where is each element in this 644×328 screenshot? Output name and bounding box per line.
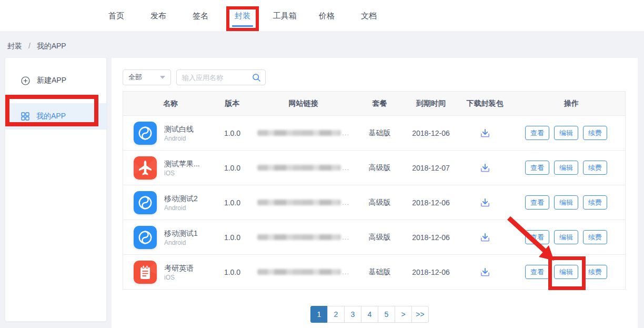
search-icon[interactable] — [252, 73, 261, 82]
col-header-download: 下载封装包 — [452, 99, 518, 108]
page-4[interactable]: 4 — [361, 306, 378, 323]
actions-cell: 查看 编辑 续费 — [518, 265, 625, 279]
app-name: 移动测试2 — [164, 194, 198, 203]
plan: 高级版 — [349, 198, 410, 207]
expiry-date: 2018-12-06 — [410, 198, 452, 207]
nav-item-home[interactable]: 首页 — [95, 0, 137, 32]
nav-item-package[interactable]: 封装 — [222, 0, 264, 32]
edit-button[interactable]: 编辑 — [554, 126, 578, 140]
actions-cell: 查看 编辑 续费 — [518, 195, 625, 210]
blurred-link — [257, 130, 341, 136]
breadcrumb-section[interactable]: 封装 — [7, 42, 22, 50]
plus-circle-icon — [21, 76, 30, 85]
page-next[interactable]: > — [395, 306, 412, 323]
app-version: 1.0.0 — [207, 198, 257, 207]
search-box — [176, 69, 266, 85]
page-1[interactable]: 1 — [310, 306, 328, 323]
table-row: 移动测试1 Android 1.0.0 ... 高级版 2018-12-06 查… — [123, 220, 625, 254]
link-ellipsis: ... — [342, 233, 349, 241]
nav-item-publish[interactable]: 发布 — [137, 0, 179, 32]
actions-cell: 查看 编辑 续费 — [518, 126, 625, 140]
nav-item-toolbox[interactable]: 工具箱 — [264, 0, 306, 32]
blurred-link — [257, 269, 341, 275]
nav-item-signature[interactable]: 签名 — [179, 0, 222, 32]
page-next[interactable]: 5 — [378, 306, 395, 323]
link-ellipsis: ... — [342, 164, 349, 172]
plan: 高级版 — [349, 233, 410, 242]
blurred-link — [257, 165, 341, 171]
main-content: 全部 名称 版本 网站链接 套餐 到期时间 下载封装包 操作 — [112, 58, 638, 328]
view-button[interactable]: 查看 — [525, 265, 549, 279]
download-button[interactable] — [478, 196, 492, 210]
plan: 高级版 — [349, 163, 410, 173]
page-last[interactable]: >> — [411, 306, 429, 323]
plane-icon — [134, 156, 157, 180]
table-row: 考研英语 iOS 1.0.0 ... 基础版 2018-12-06 查看 编辑 — [123, 254, 625, 289]
renew-button[interactable]: 续费 — [583, 161, 607, 175]
s-logo-icon — [134, 226, 157, 249]
app-name-cell: 测试白线 Android — [123, 122, 207, 145]
breadcrumb: 封装 / 我的APP — [7, 42, 66, 51]
chevron-down-icon — [160, 76, 165, 79]
expiry-date: 2018-12-07 — [410, 164, 452, 172]
app-table: 名称 版本 网站链接 套餐 到期时间 下载封装包 操作 测试白线 Android… — [123, 91, 626, 290]
download-button[interactable] — [478, 231, 492, 244]
table-row: 测试白线 Android 1.0.0 ... 基础版 2018-12-06 查看… — [123, 115, 625, 150]
download-button[interactable] — [478, 161, 492, 175]
actions-cell: 查看 编辑 续费 — [518, 230, 625, 244]
app-name: 测试白线 — [164, 124, 194, 134]
col-header-expiry: 到期时间 — [410, 99, 452, 108]
sidebar: 新建APP 我的APP — [5, 58, 106, 321]
main-nav: 首页 发布 签名 封装 工具箱 价格 文档 — [95, 0, 390, 32]
table-row: 移动测试2 Android 1.0.0 ... 高级版 2018-12-06 查… — [123, 185, 625, 220]
sidebar-item-label: 我的APP — [36, 112, 66, 121]
search-input[interactable] — [182, 74, 252, 82]
download-icon — [480, 197, 490, 208]
nav-item-price[interactable]: 价格 — [306, 0, 348, 32]
view-button[interactable]: 查看 — [525, 230, 549, 244]
download-icon — [480, 128, 490, 138]
page-2[interactable]: 2 — [327, 306, 345, 323]
website-link-masked: ... — [257, 268, 349, 276]
col-header-version: 版本 — [207, 99, 257, 108]
renew-button[interactable]: 续费 — [583, 265, 607, 279]
app-name-cell: 考研英语 iOS — [123, 261, 207, 284]
app-name: 考研英语 — [164, 263, 194, 273]
view-button[interactable]: 查看 — [525, 195, 549, 210]
app-name-cell: 移动测试1 Android — [123, 226, 207, 249]
sidebar-item-new-app[interactable]: 新建APP — [5, 66, 106, 95]
col-header-link: 网站链接 — [257, 99, 349, 108]
website-link-masked: ... — [257, 198, 349, 206]
download-icon — [480, 267, 490, 277]
nav-item-docs[interactable]: 文档 — [348, 0, 390, 32]
sidebar-item-label: 新建APP — [37, 76, 66, 85]
view-button[interactable]: 查看 — [525, 126, 549, 140]
col-header-plan: 套餐 — [349, 99, 410, 108]
breadcrumb-current: 我的APP — [37, 42, 66, 50]
edit-button[interactable]: 编辑 — [554, 195, 578, 210]
nav-item-package-label: 封装 — [235, 11, 250, 21]
edit-button[interactable]: 编辑 — [554, 265, 578, 279]
top-navbar: 首页 发布 签名 封装 工具箱 价格 文档 — [0, 0, 644, 32]
plan: 基础版 — [349, 267, 410, 277]
category-select[interactable]: 全部 — [123, 69, 171, 85]
app-version: 1.0.0 — [207, 233, 257, 242]
renew-button[interactable]: 续费 — [583, 195, 607, 210]
sidebar-item-my-app[interactable]: 我的APP — [5, 103, 106, 130]
link-ellipsis: ... — [342, 129, 349, 137]
edit-button[interactable]: 编辑 — [554, 230, 578, 244]
app-version: 1.0.0 — [207, 268, 257, 276]
page-3[interactable]: 3 — [344, 306, 361, 323]
app-platform: Android — [164, 239, 198, 246]
download-button[interactable] — [478, 126, 492, 140]
renew-button[interactable]: 续费 — [583, 126, 607, 140]
filter-row: 全部 — [123, 69, 266, 85]
website-link-masked: ... — [257, 164, 349, 172]
download-icon — [480, 163, 490, 173]
website-link-masked: ... — [257, 129, 349, 137]
table-header: 名称 版本 网站链接 套餐 到期时间 下载封装包 操作 — [123, 92, 625, 115]
view-button[interactable]: 查看 — [525, 161, 549, 175]
download-button[interactable] — [478, 265, 492, 279]
edit-button[interactable]: 编辑 — [554, 161, 578, 175]
renew-button[interactable]: 续费 — [583, 230, 607, 244]
